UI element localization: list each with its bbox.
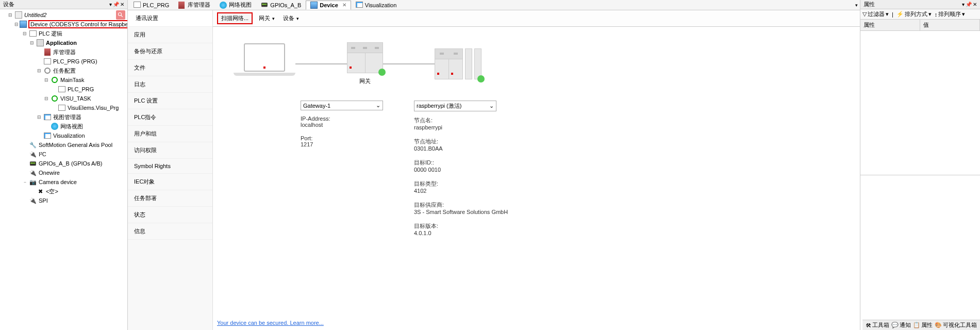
close-icon[interactable]: ✕ bbox=[120, 2, 124, 7]
tree-onewire[interactable]: 🔌Onewire bbox=[0, 168, 127, 177]
tree-spi[interactable]: 🔌SPI bbox=[0, 196, 127, 205]
sidebar-iec-objects[interactable]: IEC对象 bbox=[128, 174, 212, 190]
device-info: raspberrypi (激活) 节点名:raspberrypi 节点地址:03… bbox=[414, 101, 508, 238]
tab-overflow-button[interactable]: ▾ bbox=[855, 3, 858, 8]
collapse-icon[interactable]: ⊟ bbox=[14, 21, 19, 27]
task-config-icon bbox=[43, 67, 52, 75]
project-icon bbox=[14, 11, 23, 19]
tree-project[interactable]: ⊟Untitled2 bbox=[0, 10, 127, 20]
target-type-label: 目标类型: bbox=[414, 180, 508, 188]
device-combo[interactable]: raspberrypi (激活) bbox=[414, 101, 496, 111]
tree-i2c[interactable]: 🔌I²C bbox=[0, 150, 127, 159]
gateway-combo[interactable]: Gateway-1 bbox=[301, 101, 383, 110]
tree-application[interactable]: ⊟Application bbox=[0, 38, 127, 47]
connector-line bbox=[295, 63, 347, 64]
collapse-icon[interactable]: ⊟ bbox=[22, 30, 28, 37]
tree-plc-prg-task[interactable]: PLC_PRG bbox=[0, 85, 127, 94]
tree-plc-logic[interactable]: ⊟PLC 逻辑 bbox=[0, 29, 127, 38]
visu-icon bbox=[356, 2, 363, 9]
port-value: 1217 bbox=[301, 141, 383, 147]
prg-icon bbox=[58, 85, 66, 93]
tree-gpios[interactable]: 📟GPIOs_A_B (GPIOs A/B) bbox=[0, 159, 127, 168]
device-icon bbox=[20, 20, 27, 28]
notify-button[interactable]: 💬 通知 bbox=[891, 321, 911, 329]
col-value[interactable]: 值 bbox=[920, 20, 980, 30]
sidebar-files[interactable]: 文件 bbox=[128, 60, 212, 76]
tab-gpios[interactable]: 📟GPIOs_A_B bbox=[256, 1, 306, 10]
visu-icon bbox=[43, 113, 52, 121]
properties-table: 属性 值 bbox=[860, 20, 980, 175]
properties-panel-title: 属性 bbox=[863, 1, 875, 8]
tree-empty[interactable]: ✖<空> bbox=[0, 187, 127, 196]
tree-plc-prg[interactable]: PLC_PRG (PRG) bbox=[0, 57, 127, 66]
sidebar-application[interactable]: 应用 bbox=[128, 27, 212, 43]
pin-icon[interactable]: 📌 bbox=[966, 2, 972, 7]
tree-visu-elems[interactable]: VisuElems.Visu_Prg bbox=[0, 103, 127, 112]
tree-visualization[interactable]: Visualization bbox=[0, 131, 127, 140]
tab-visualization[interactable]: Visualization bbox=[351, 1, 402, 10]
sidebar-info[interactable]: 信息 bbox=[128, 223, 212, 240]
dropdown-icon[interactable]: ▾ bbox=[109, 2, 112, 7]
sidebar-log[interactable]: 日志 bbox=[128, 76, 212, 93]
sidebar-status[interactable]: 状态 bbox=[128, 207, 212, 223]
status-online-icon bbox=[378, 69, 386, 76]
device-dropdown[interactable]: 设备 bbox=[281, 13, 301, 23]
device-tree[interactable]: ⊟Untitled2 ⊟Device (CODESYS Control for … bbox=[0, 9, 127, 330]
tab-net-view[interactable]: 网络视图 bbox=[215, 1, 256, 10]
port-label: Port: bbox=[301, 135, 383, 141]
bottom-status-bar: 🛠 工具箱 💬 通知 📋 属性 🎨 可视化工具箱 bbox=[862, 320, 980, 330]
spi-icon: 🔌 bbox=[29, 196, 37, 205]
tree-visu-task[interactable]: ⊟VISU_TASK bbox=[0, 94, 127, 103]
collapse-icon[interactable]: ⊟ bbox=[36, 114, 42, 120]
tree-device[interactable]: ⊟Device (CODESYS Control for Raspberry P… bbox=[0, 20, 127, 29]
gateway-dropdown[interactable]: 网关 bbox=[257, 13, 277, 23]
tree-camera[interactable]: －📷Camera device bbox=[0, 177, 127, 187]
gateway-icon: 网关 bbox=[347, 42, 383, 85]
collapse-icon[interactable]: ⊟ bbox=[29, 40, 35, 46]
props-button[interactable]: 📋 属性 bbox=[913, 321, 933, 329]
sort-button[interactable]: ⚡ 排列方式 ▾ bbox=[896, 10, 932, 18]
collapse-icon[interactable]: ⊟ bbox=[36, 68, 42, 74]
sidebar-plc-cmd[interactable]: PLC指令 bbox=[128, 109, 212, 126]
tab-device[interactable]: Device✕ bbox=[306, 1, 351, 10]
sidebar-task-deploy[interactable]: 任务部署 bbox=[128, 190, 212, 207]
properties-filter-bar: ▽ 过滤器 ▾ | ⚡ 排列方式 ▾ ↕ 排列顺序 ▾ bbox=[860, 9, 980, 20]
tab-close-icon[interactable]: ✕ bbox=[342, 2, 346, 8]
task-icon bbox=[51, 94, 59, 103]
visu-toolbox-button[interactable]: 🎨 可视化工具箱 bbox=[935, 321, 977, 329]
prg-icon bbox=[43, 57, 52, 65]
panel-controls: ▾ 📌 ✕ bbox=[962, 2, 977, 7]
collapse-icon[interactable]: ⊟ bbox=[7, 12, 13, 18]
expand-icon[interactable]: － bbox=[22, 179, 28, 185]
tree-main-task[interactable]: ⊟MainTask bbox=[0, 75, 127, 85]
sidebar-access[interactable]: 访问权限 bbox=[128, 142, 212, 159]
sidebar-users[interactable]: 用户和组 bbox=[128, 126, 212, 142]
sidebar-plc-settings[interactable]: PLC 设置 bbox=[128, 93, 212, 109]
scan-network-button[interactable]: 扫描网络... bbox=[217, 12, 253, 24]
editor-body: 通讯设置 应用 备份与还原 文件 日志 PLC 设置 PLC指令 用户和组 访问… bbox=[128, 10, 860, 330]
order-button[interactable]: ↕ 排列顺序 ▾ bbox=[935, 10, 966, 18]
empty-icon: ✖ bbox=[36, 187, 44, 195]
col-property[interactable]: 属性 bbox=[860, 20, 920, 30]
tree-softmotion[interactable]: 🔧SoftMotion General Axis Pool bbox=[0, 140, 127, 150]
book-icon bbox=[178, 2, 186, 9]
sidebar-backup[interactable]: 备份与还原 bbox=[128, 43, 212, 60]
toolbox-button[interactable]: 🛠 工具箱 bbox=[866, 321, 889, 329]
close-icon[interactable]: ✕ bbox=[973, 2, 977, 7]
tree-lib-manager[interactable]: 库管理器 bbox=[0, 47, 127, 57]
sidebar-comm-settings[interactable]: 通讯设置 bbox=[128, 10, 212, 27]
tab-plc-prg[interactable]: PLC_PRG bbox=[129, 1, 174, 10]
dropdown-icon[interactable]: ▾ bbox=[962, 2, 965, 7]
app-icon bbox=[36, 39, 44, 47]
tree-task-config[interactable]: ⊟任务配置 bbox=[0, 66, 127, 75]
sidebar-symbol-rights[interactable]: Symbol Rights bbox=[128, 159, 212, 174]
secure-device-link[interactable]: Your device can be secured. Learn more..… bbox=[217, 320, 324, 326]
tree-net-view[interactable]: 网络视图 bbox=[0, 122, 127, 131]
pin-icon[interactable]: 📌 bbox=[113, 2, 119, 7]
tree-visu-manager[interactable]: ⊟视图管理器 bbox=[0, 112, 127, 122]
filter-button[interactable]: ▽ 过滤器 ▾ bbox=[862, 10, 889, 18]
tab-lib-manager[interactable]: 库管理器 bbox=[174, 1, 215, 10]
collapse-icon[interactable]: ⊟ bbox=[43, 95, 49, 102]
tree-search-button[interactable] bbox=[116, 10, 125, 20]
collapse-icon[interactable]: ⊟ bbox=[43, 77, 49, 83]
